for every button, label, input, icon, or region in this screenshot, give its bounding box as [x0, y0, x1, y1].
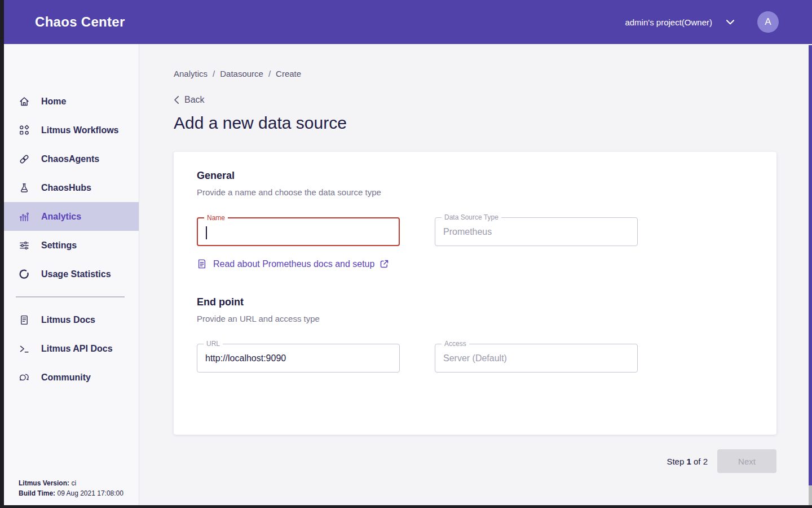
window-bottom-edge: [0, 505, 812, 508]
access-field-label: Access: [442, 340, 469, 348]
app-body: Home Litmus Workflows: [0, 44, 812, 508]
sidebar-item-label: Community: [41, 373, 91, 383]
url-input[interactable]: [197, 344, 399, 372]
build-value: 09 Aug 2021 17:08:00: [57, 489, 123, 497]
next-button[interactable]: Next: [717, 449, 776, 473]
name-field-label: Name: [204, 214, 228, 222]
endpoint-subtitle: Provide an URL and access type: [197, 314, 753, 323]
project-selector-label[interactable]: admin's project(Owner): [625, 17, 712, 27]
sidebar-item-litmus-workflows[interactable]: Litmus Workflows: [0, 116, 139, 144]
sidebar-item-label: Litmus Workflows: [41, 125, 119, 135]
link-icon: [19, 154, 30, 165]
general-subtitle: Provide a name and choose the data sourc…: [197, 187, 753, 197]
version-label: Litmus Version:: [19, 479, 69, 487]
flask-icon: [19, 182, 30, 194]
name-input[interactable]: [198, 218, 399, 245]
datasource-form-card: General Provide a name and choose the da…: [174, 152, 776, 435]
breadcrumb-analytics[interactable]: Analytics: [174, 69, 208, 78]
sidebar-item-label: Litmus API Docs: [41, 344, 113, 354]
sidebar-item-analytics[interactable]: Analytics: [0, 202, 139, 231]
scrollbar-thumb[interactable]: [809, 45, 812, 485]
document-icon: [19, 314, 30, 326]
sidebar-item-litmus-api-docs[interactable]: Litmus API Docs: [0, 334, 139, 363]
doc-page-icon: [197, 259, 207, 269]
data-source-type-input: [435, 218, 637, 246]
sidebar-item-label: Home: [41, 97, 66, 107]
sidebar: Home Litmus Workflows: [0, 44, 139, 508]
breadcrumb-separator: /: [213, 69, 215, 78]
usage-icon: [19, 269, 30, 280]
terminal-icon: [19, 343, 30, 354]
back-label: Back: [184, 95, 205, 105]
chat-bubbles-icon: [19, 372, 30, 383]
sidebar-item-usage-statistics[interactable]: Usage Statistics: [0, 260, 139, 288]
home-icon: [19, 96, 30, 107]
external-link-icon: [379, 259, 389, 269]
step-indicator: Step 1 of 2: [667, 457, 708, 466]
avatar[interactable]: A: [757, 11, 779, 33]
sidebar-item-home[interactable]: Home: [0, 87, 139, 116]
endpoint-heading: End point: [197, 296, 753, 308]
app-title: Chaos Center: [35, 14, 125, 30]
sliders-icon: [19, 240, 30, 251]
sidebar-item-label: Usage Statistics: [41, 269, 111, 279]
sidebar-item-settings[interactable]: Settings: [0, 231, 139, 260]
sidebar-item-chaosagents[interactable]: ChaosAgents: [0, 144, 139, 173]
general-fields-row: Name Data Source Type: [197, 217, 753, 246]
name-field: Name: [197, 217, 400, 246]
sidebar-item-litmus-docs[interactable]: Litmus Docs: [0, 305, 139, 334]
data-source-type-field: Data Source Type: [435, 217, 638, 246]
step-rest: of 2: [694, 457, 708, 466]
general-heading: General: [197, 170, 753, 182]
chevron-down-icon[interactable]: [726, 19, 735, 25]
litmus-version-line: Litmus Version: ci: [19, 478, 123, 488]
app-header: Chaos Center admin's project(Owner) A: [0, 0, 812, 44]
data-source-type-label: Data Source Type: [442, 214, 501, 221]
main-content: Analytics / Datasource / Create Back Add…: [139, 44, 812, 508]
access-field: Access: [435, 344, 638, 373]
sidebar-divider: [16, 296, 125, 297]
back-button[interactable]: Back: [174, 95, 205, 105]
breadcrumb-datasource[interactable]: Datasource: [220, 69, 263, 78]
docs-link-label: Read about Prometheus docs and setup: [213, 259, 374, 269]
endpoint-section: End point Provide an URL and access type…: [197, 296, 753, 373]
sidebar-item-label: Analytics: [41, 212, 81, 222]
wizard-footer: Step 1 of 2 Next: [174, 449, 776, 473]
access-input: [435, 344, 637, 372]
page-title: Add a new data source: [174, 113, 812, 133]
endpoint-fields-row: URL Access: [197, 344, 753, 373]
step-prefix: Step: [667, 457, 684, 466]
chevron-left-icon: [174, 95, 179, 104]
build-time-line: Build Time: 09 Aug 2021 17:08:00: [19, 488, 123, 498]
header-right: admin's project(Owner) A: [625, 11, 779, 33]
avatar-letter: A: [765, 16, 771, 28]
sidebar-item-label: ChaosHubs: [41, 183, 91, 193]
general-section: General Provide a name and choose the da…: [197, 170, 753, 269]
page-scrollbar[interactable]: [809, 45, 812, 508]
version-info: Litmus Version: ci Build Time: 09 Aug 20…: [19, 478, 123, 498]
workflows-icon: [19, 125, 30, 136]
sidebar-item-chaoshubs[interactable]: ChaosHubs: [0, 173, 139, 202]
sidebar-item-community[interactable]: Community: [0, 363, 139, 392]
sidebar-item-label: Settings: [41, 240, 77, 251]
prometheus-docs-link[interactable]: Read about Prometheus docs and setup: [197, 259, 389, 269]
breadcrumb: Analytics / Datasource / Create: [174, 44, 812, 78]
url-field-label: URL: [204, 340, 223, 348]
step-current: 1: [686, 457, 691, 466]
sidebar-item-label: Litmus Docs: [41, 315, 95, 325]
url-field: URL: [197, 344, 400, 373]
breadcrumb-separator: /: [268, 69, 271, 78]
breadcrumb-create[interactable]: Create: [276, 69, 301, 78]
version-value: ci: [71, 479, 76, 487]
sidebar-item-label: ChaosAgents: [41, 154, 99, 164]
build-label: Build Time:: [19, 489, 55, 497]
analytics-icon: [19, 211, 30, 222]
window-left-edge: [0, 0, 4, 508]
